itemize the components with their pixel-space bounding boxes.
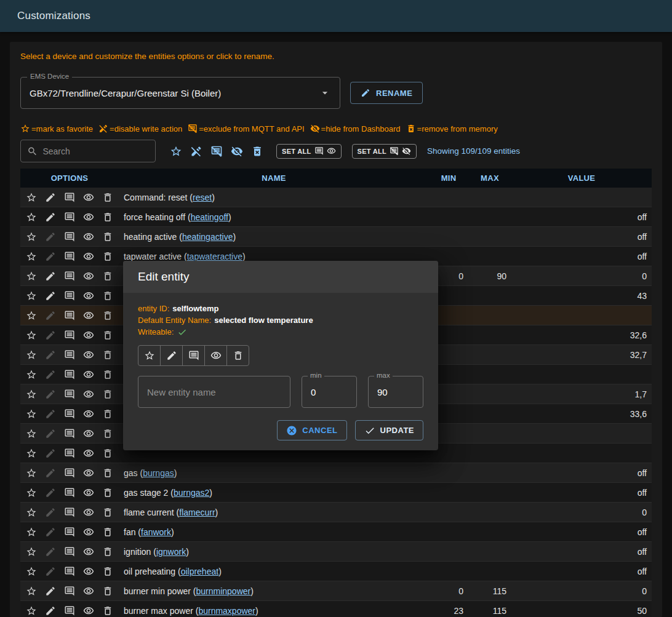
dashboard-visibility-toggle[interactable]: [204, 345, 227, 366]
mqtt-comment-icon[interactable]: [64, 330, 75, 341]
mqtt-comment-icon[interactable]: [64, 251, 75, 262]
delete-trash-icon[interactable]: [102, 349, 113, 360]
mqtt-comment-icon[interactable]: [64, 231, 75, 242]
visibility-eye-icon[interactable]: [83, 507, 94, 518]
remove-memory-toggle[interactable]: [226, 345, 249, 366]
mqtt-comment-icon[interactable]: [64, 605, 75, 616]
delete-trash-icon[interactable]: [102, 251, 113, 262]
mqtt-comment-icon[interactable]: [64, 507, 75, 518]
edit-pencil-icon[interactable]: [45, 566, 56, 577]
mqtt-comment-icon[interactable]: [64, 192, 75, 203]
set-all-hide-button[interactable]: SET ALL: [352, 144, 417, 159]
favorite-star-icon[interactable]: [26, 369, 37, 380]
edit-pencil-icon[interactable]: [45, 586, 56, 597]
delete-trash-icon[interactable]: [102, 212, 113, 223]
delete-trash-icon[interactable]: [102, 586, 113, 597]
favorite-star-icon[interactable]: [26, 212, 37, 223]
set-all-show-button[interactable]: SET ALL: [276, 144, 342, 159]
entity-id-link[interactable]: burngas: [143, 468, 174, 478]
entity-id-link[interactable]: ignwork: [156, 547, 186, 557]
update-button[interactable]: UPDATE: [355, 420, 423, 440]
mqtt-comment-icon[interactable]: [64, 369, 75, 380]
visibility-eye-icon[interactable]: [83, 231, 94, 242]
visibility-eye-icon[interactable]: [83, 448, 94, 459]
favorite-star-icon[interactable]: [26, 468, 37, 479]
favorite-star-icon[interactable]: [26, 271, 37, 282]
mqtt-comment-icon[interactable]: [64, 428, 75, 439]
entity-id-link[interactable]: oilpreheat: [181, 567, 219, 576]
favorite-star-icon[interactable]: [26, 487, 37, 498]
favorite-star-icon[interactable]: [26, 349, 37, 360]
visibility-eye-icon[interactable]: [83, 369, 94, 380]
edit-pencil-icon[interactable]: [45, 290, 56, 301]
delete-trash-icon[interactable]: [102, 290, 113, 301]
delete-trash-icon[interactable]: [102, 231, 113, 242]
max-input[interactable]: [377, 387, 414, 397]
mqtt-comment-icon[interactable]: [64, 212, 75, 223]
delete-trash-icon[interactable]: [102, 310, 113, 321]
visibility-eye-icon[interactable]: [83, 349, 94, 360]
favorite-star-icon[interactable]: [26, 507, 37, 518]
filter-remove-memory-button[interactable]: [251, 145, 263, 157]
delete-trash-icon[interactable]: [102, 487, 113, 498]
delete-trash-icon[interactable]: [102, 448, 113, 459]
visibility-eye-icon[interactable]: [83, 389, 94, 400]
filter-exclude-mqtt-button[interactable]: [210, 145, 223, 157]
search-field[interactable]: [20, 140, 156, 162]
edit-pencil-icon[interactable]: [45, 605, 56, 616]
edit-pencil-icon[interactable]: [45, 330, 56, 341]
entity-id-link[interactable]: heatingoff: [191, 212, 228, 222]
favorite-star-icon[interactable]: [26, 605, 37, 616]
mqtt-comment-icon[interactable]: [64, 349, 75, 360]
mqtt-comment-icon[interactable]: [64, 448, 75, 459]
favorite-star-icon[interactable]: [26, 231, 37, 242]
write-action-toggle[interactable]: [160, 345, 183, 366]
entity-id-link[interactable]: fanwork: [141, 527, 171, 537]
delete-trash-icon[interactable]: [102, 408, 113, 420]
entity-id-link[interactable]: burngas2: [174, 488, 209, 498]
filter-favorite-button[interactable]: [170, 145, 182, 157]
filter-disable-write-button[interactable]: [190, 145, 202, 157]
visibility-eye-icon[interactable]: [83, 428, 94, 439]
mqtt-comment-icon[interactable]: [64, 487, 75, 498]
edit-pencil-icon[interactable]: [45, 349, 56, 360]
visibility-eye-icon[interactable]: [83, 586, 94, 597]
edit-pencil-icon[interactable]: [45, 369, 56, 380]
delete-trash-icon[interactable]: [102, 369, 113, 380]
mqtt-comment-icon[interactable]: [64, 389, 75, 400]
edit-pencil-icon[interactable]: [45, 310, 56, 321]
ems-device-select[interactable]: EMS Device GBx72/Trendline/Cerapur/Green…: [20, 77, 340, 109]
search-input[interactable]: [42, 146, 149, 156]
favorite-star-icon[interactable]: [26, 527, 37, 538]
delete-trash-icon[interactable]: [102, 605, 113, 616]
favorite-star-icon[interactable]: [26, 428, 37, 439]
edit-pencil-icon[interactable]: [45, 212, 56, 223]
delete-trash-icon[interactable]: [102, 330, 113, 341]
delete-trash-icon[interactable]: [102, 192, 113, 203]
delete-trash-icon[interactable]: [102, 468, 113, 479]
visibility-eye-icon[interactable]: [83, 487, 94, 498]
visibility-eye-icon[interactable]: [83, 310, 94, 321]
mqtt-comment-icon[interactable]: [64, 527, 75, 538]
filter-hide-dashboard-button[interactable]: [231, 145, 243, 157]
entity-id-link[interactable]: flamecurr: [179, 508, 215, 517]
edit-pencil-icon[interactable]: [45, 408, 56, 420]
edit-pencil-icon[interactable]: [45, 271, 56, 282]
mqtt-comment-icon[interactable]: [64, 310, 75, 321]
entity-id-link[interactable]: reset: [193, 193, 212, 202]
visibility-eye-icon[interactable]: [83, 566, 94, 577]
edit-pencil-icon[interactable]: [45, 251, 56, 262]
favorite-star-icon[interactable]: [26, 290, 37, 301]
favorite-star-icon[interactable]: [26, 586, 37, 597]
delete-trash-icon[interactable]: [102, 271, 113, 282]
mqtt-comment-icon[interactable]: [64, 566, 75, 577]
min-input[interactable]: [311, 387, 348, 397]
edit-pencil-icon[interactable]: [45, 487, 56, 498]
mqtt-exclude-toggle[interactable]: [182, 345, 205, 366]
favorite-star-icon[interactable]: [26, 330, 37, 341]
favorite-star-icon[interactable]: [26, 566, 37, 577]
visibility-eye-icon[interactable]: [83, 468, 94, 479]
edit-pencil-icon[interactable]: [45, 527, 56, 538]
rename-button[interactable]: RENAME: [350, 82, 423, 104]
favorite-star-icon[interactable]: [26, 546, 37, 557]
